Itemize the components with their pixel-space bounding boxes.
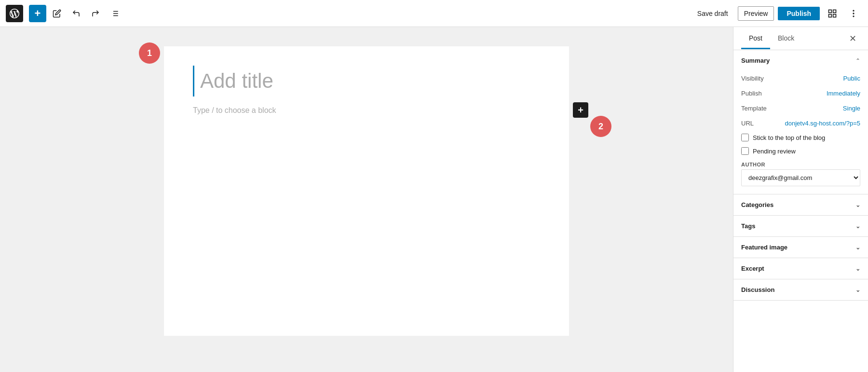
- tab-block[interactable]: Block: [770, 28, 802, 49]
- preview-button[interactable]: Preview: [738, 6, 774, 21]
- author-section-label: AUTHOR: [741, 158, 860, 169]
- pending-review-label: Pending review: [753, 148, 796, 155]
- excerpt-header[interactable]: Excerpt ⌄: [733, 258, 868, 279]
- stick-to-top-label: Stick to the top of the blog: [753, 134, 825, 141]
- settings-icon-button[interactable]: [824, 5, 841, 22]
- svg-point-11: [853, 13, 854, 14]
- add-block-inline-button[interactable]: +: [573, 102, 588, 118]
- sidebar: Post Block ✕ Summary ⌃ Visibility Public…: [733, 27, 868, 372]
- summary-body: Visibility Public Publish Immediately Te…: [733, 71, 868, 194]
- categories-header[interactable]: Categories ⌄: [733, 194, 868, 215]
- excerpt-chevron-icon: ⌄: [855, 265, 860, 272]
- excerpt-label: Excerpt: [741, 265, 764, 272]
- post-title-input[interactable]: [193, 66, 540, 96]
- tab-post[interactable]: Post: [741, 28, 770, 49]
- tags-label: Tags: [741, 222, 755, 230]
- editor-canvas: 1 Type / to choose a block + 2: [164, 46, 569, 336]
- template-label: Template: [741, 105, 767, 112]
- svg-rect-6: [829, 10, 832, 13]
- publish-button[interactable]: Publish: [778, 7, 820, 20]
- summary-title: Summary: [741, 57, 770, 64]
- summary-chevron-icon: ⌃: [855, 57, 860, 64]
- stick-to-top-row: Stick to the top of the blog: [741, 131, 860, 144]
- featured-image-header[interactable]: Featured image ⌄: [733, 237, 868, 258]
- publish-row: Publish Immediately: [741, 86, 860, 101]
- categories-chevron-icon: ⌄: [855, 202, 860, 208]
- stick-to-top-checkbox[interactable]: [741, 134, 749, 141]
- tags-section: Tags ⌄: [733, 216, 868, 237]
- save-draft-button[interactable]: Save draft: [692, 7, 734, 20]
- step-badge-1: 1: [139, 42, 160, 64]
- summary-section-header[interactable]: Summary ⌃: [733, 50, 868, 71]
- visibility-row: Visibility Public: [741, 71, 860, 86]
- toolbar-right: Save draft Preview Publish: [692, 5, 862, 22]
- pending-review-checkbox[interactable]: [741, 147, 749, 155]
- url-label: URL: [741, 120, 754, 127]
- block-placeholder-text: Type / to choose a block: [193, 106, 276, 115]
- wordpress-logo[interactable]: [6, 5, 23, 22]
- svg-rect-8: [833, 14, 836, 17]
- tags-chevron-icon: ⌄: [855, 223, 860, 230]
- svg-rect-7: [833, 10, 836, 13]
- url-value[interactable]: donjetv4.sg-host.com/?p=5: [785, 120, 860, 127]
- categories-label: Categories: [741, 201, 773, 208]
- step-badge-2: 2: [590, 116, 611, 137]
- template-row: Template Single: [741, 101, 860, 116]
- categories-section: Categories ⌄: [733, 194, 868, 216]
- editor-area: 1 Type / to choose a block + 2: [0, 27, 733, 372]
- pending-review-row: Pending review: [741, 144, 860, 158]
- visibility-value[interactable]: Public: [843, 75, 860, 82]
- discussion-section: Discussion ⌄: [733, 279, 868, 301]
- author-select[interactable]: deezgrafix@gmail.com: [741, 169, 860, 186]
- options-menu-button[interactable]: [845, 5, 862, 22]
- url-row: URL donjetv4.sg-host.com/?p=5: [741, 116, 860, 131]
- discussion-label: Discussion: [741, 286, 774, 293]
- featured-image-section: Featured image ⌄: [733, 237, 868, 258]
- excerpt-section: Excerpt ⌄: [733, 258, 868, 279]
- redo-button[interactable]: [87, 5, 104, 22]
- toolbar-left: +: [6, 5, 123, 22]
- visibility-label: Visibility: [741, 75, 764, 82]
- add-block-toolbar-button[interactable]: +: [29, 5, 46, 22]
- sidebar-tabs: Post Block ✕: [733, 27, 868, 50]
- featured-image-chevron-icon: ⌄: [855, 244, 860, 251]
- discussion-chevron-icon: ⌄: [855, 287, 860, 293]
- svg-point-10: [853, 10, 854, 11]
- block-area: Type / to choose a block + 2: [193, 106, 540, 115]
- tags-header[interactable]: Tags ⌄: [733, 216, 868, 236]
- discussion-header[interactable]: Discussion ⌄: [733, 279, 868, 300]
- svg-rect-9: [829, 14, 832, 17]
- main-area: 1 Type / to choose a block + 2 Post Bloc…: [0, 27, 868, 372]
- list-view-button[interactable]: [106, 5, 123, 22]
- svg-point-12: [853, 16, 854, 17]
- publish-meta-label: Publish: [741, 90, 762, 97]
- close-sidebar-button[interactable]: ✕: [845, 31, 860, 46]
- edit-mode-button[interactable]: [48, 5, 66, 22]
- undo-button[interactable]: [68, 5, 85, 22]
- template-value[interactable]: Single: [843, 105, 860, 112]
- summary-section: Summary ⌃ Visibility Public Publish Imme…: [733, 50, 868, 194]
- publish-value[interactable]: Immediately: [827, 90, 860, 97]
- toolbar: +: [0, 0, 868, 27]
- featured-image-label: Featured image: [741, 244, 787, 251]
